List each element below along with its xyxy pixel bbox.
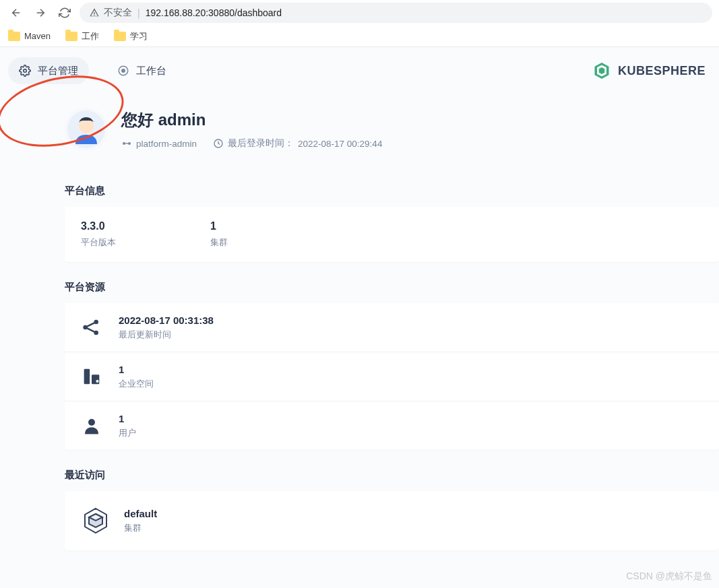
svg-point-0 bbox=[24, 69, 27, 73]
folder-icon bbox=[8, 32, 20, 41]
forward-button[interactable] bbox=[31, 3, 50, 22]
bookmark-work[interactable]: 工作 bbox=[65, 30, 99, 42]
dashboard-content: 您好 admin platform-admin 最后登录时间： 2022-08-… bbox=[0, 94, 719, 550]
watermark: CSDN @虎鲸不是鱼 bbox=[626, 570, 712, 583]
warning-icon bbox=[89, 7, 100, 18]
cluster-icon bbox=[81, 506, 111, 535]
address-bar[interactable]: 不安全 | 192.168.88.20:30880/dashboard bbox=[80, 3, 712, 23]
reload-button[interactable] bbox=[55, 3, 74, 22]
bookmark-maven[interactable]: Maven bbox=[8, 31, 51, 41]
platform-version: 3.3.0 平台版本 bbox=[81, 220, 116, 249]
workspace-icon bbox=[78, 363, 105, 390]
browser-toolbar: 不安全 | 192.168.88.20:30880/dashboard bbox=[0, 0, 719, 26]
nav-platform-management[interactable]: 平台管理 bbox=[8, 57, 89, 84]
dashboard-icon bbox=[117, 65, 129, 77]
section-recent-title: 最近访问 bbox=[65, 469, 719, 482]
svg-point-4 bbox=[123, 142, 125, 145]
role-icon bbox=[121, 138, 132, 149]
recent-item-default[interactable]: default 集群 bbox=[65, 491, 719, 550]
svg-point-13 bbox=[88, 419, 95, 426]
security-label: 不安全 bbox=[104, 7, 132, 19]
svg-rect-10 bbox=[84, 369, 90, 385]
bookmarks-bar: Maven 工作 学习 bbox=[0, 26, 719, 47]
platform-resources-card: 2022-08-17 00:31:38 最后更新时间 1 企业空间 1 用户 bbox=[65, 303, 719, 450]
section-platform-resources-title: 平台资源 bbox=[65, 281, 719, 294]
gear-icon bbox=[19, 65, 31, 77]
url-text: 192.168.88.20:30880/dashboard bbox=[146, 7, 282, 18]
nav-workbench[interactable]: 工作台 bbox=[106, 57, 177, 84]
top-nav: 平台管理 工作台 KUBESPHERE bbox=[0, 47, 719, 94]
user-icon bbox=[78, 412, 105, 439]
avatar bbox=[65, 108, 108, 151]
share-icon bbox=[78, 314, 105, 341]
folder-icon bbox=[114, 32, 126, 41]
greeting-section: 您好 admin platform-admin 最后登录时间： 2022-08-… bbox=[65, 108, 719, 151]
svg-point-2 bbox=[122, 69, 125, 73]
section-platform-info-title: 平台信息 bbox=[65, 185, 719, 197]
resource-last-updated: 2022-08-17 00:31:38 最后更新时间 bbox=[65, 303, 719, 352]
svg-rect-11 bbox=[92, 374, 99, 384]
resource-users[interactable]: 1 用户 bbox=[65, 401, 719, 450]
brand-logo[interactable]: KUBESPHERE bbox=[592, 61, 706, 80]
user-role: platform-admin bbox=[121, 138, 197, 149]
brand-text: KUBESPHERE bbox=[618, 64, 706, 78]
back-button[interactable] bbox=[7, 3, 26, 22]
greeting-title: 您好 admin bbox=[121, 109, 382, 131]
folder-icon bbox=[65, 32, 77, 41]
clock-icon bbox=[213, 138, 224, 149]
platform-info-card: 3.3.0 平台版本 1 集群 bbox=[65, 207, 719, 262]
kubesphere-icon bbox=[592, 61, 611, 80]
resource-workspaces[interactable]: 1 企业空间 bbox=[65, 352, 719, 401]
svg-point-12 bbox=[96, 380, 98, 383]
svg-point-5 bbox=[128, 142, 131, 145]
platform-clusters: 1 集群 bbox=[210, 220, 228, 249]
last-login: 最后登录时间： 2022-08-17 00:29:44 bbox=[213, 137, 382, 150]
bookmark-study[interactable]: 学习 bbox=[114, 30, 148, 42]
